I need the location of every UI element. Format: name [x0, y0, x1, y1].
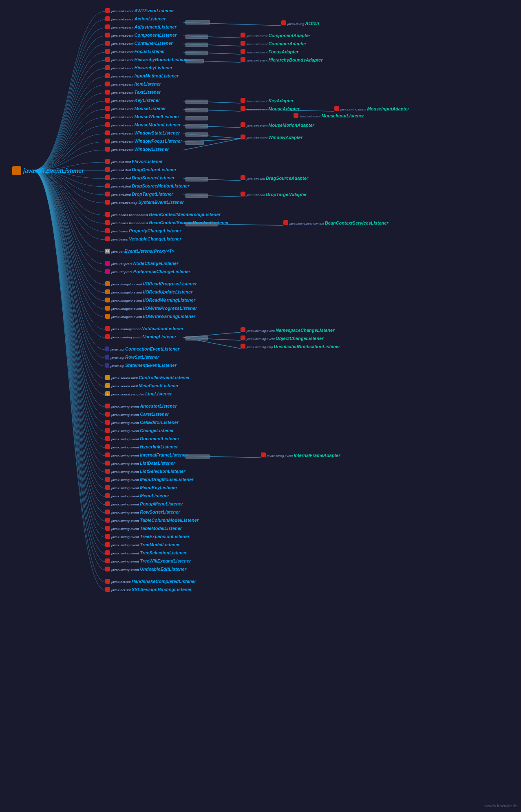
interface-node-n62[interactable]: javax.swing.event TreeModelListener [105, 542, 180, 547]
interface-node-n8[interactable]: java.awt.event HierarchyListener [105, 65, 172, 70]
interface-node-n58[interactable]: javax.swing.event RowSorterListener [105, 510, 180, 514]
node-label-n65: javax.swing.event UndoableEditListener [111, 567, 186, 571]
root-node[interactable]: java.util.EventListener [12, 166, 84, 175]
interface-node-n32[interactable]: javax.imageio.event IIOReadProgressListe… [105, 281, 197, 286]
interface-node-n61[interactable]: javax.swing.event TreeExpansionListener [105, 534, 190, 539]
adapter-node-a8[interactable]: javax.swing.event MouseInputAdapter [334, 105, 409, 112]
adapter-node-a4[interactable]: java.awt.event FocusAdapter [241, 48, 298, 55]
interface-node-n53[interactable]: javax.swing.event ListSelectionListener [105, 469, 185, 474]
interface-node-n56[interactable]: javax.swing.event MenuListener [105, 493, 169, 498]
interface-node-n21[interactable]: java.awt.dnd DragSourceListener [105, 175, 174, 180]
interface-node-n38[interactable]: javax.naming.event NamingListener [105, 334, 176, 339]
node-icon-n65 [105, 567, 110, 571]
interface-node-n52[interactable]: javax.swing.event ListDataListener [105, 461, 175, 466]
adapter-node-a3[interactable]: java.awt.event ContainerAdapter [241, 40, 306, 47]
adapter-label-a13: java.awt.dnd DropTargetAdapter [247, 190, 307, 198]
adapter-node-a9[interactable]: java.awt.event MouseInputListener [294, 112, 364, 119]
interface-node-n33[interactable]: javax.imageio.event IIOReadUpdateListene… [105, 289, 192, 294]
adapter-node-a5[interactable]: java.awt.event HierarchyBoundsAdapter [241, 56, 323, 63]
interface-node-n16[interactable]: java.awt.event WindowStateListener [105, 130, 180, 135]
interface-node-n44[interactable]: ♪javax.sound.sampled LineListener [105, 391, 172, 396]
interface-node-n51[interactable]: javax.swing.event InternalFrameListener [105, 452, 187, 457]
svg-line-12 [183, 179, 241, 181]
interface-node-n20[interactable]: java.awt.dnd DragGestureListener [105, 167, 177, 172]
adapter-node-a1[interactable]: javax.swing Action [281, 19, 319, 26]
adapter-node-a10[interactable]: java.awt.event MouseMotionAdapter [241, 121, 314, 128]
adapter-node-a15[interactable]: javax.naming.event NamespaceChangeListen… [241, 326, 334, 333]
interface-node-n47[interactable]: javax.swing.event CellEditorListener [105, 420, 179, 425]
interface-node-n67[interactable]: javax.net.ssl SSLSessionBindingListener [105, 587, 192, 592]
interface-node-n57[interactable]: javax.swing.event PopupMenuListener [105, 501, 183, 506]
adapter-node-a6[interactable]: java.awt.event KeyAdapter [241, 97, 294, 104]
adapter-node-a17[interactable]: javax.naming.ldap UnsolicitedNotificatio… [241, 342, 340, 350]
interface-node-n64[interactable]: javax.swing.event TreeWillExpandListener [105, 558, 191, 563]
interface-node-n5[interactable]: java.awt.event ContainerListener [105, 41, 173, 46]
interface-node-n55[interactable]: javax.swing.event MenuKeyListener [105, 485, 177, 490]
node-label-n15: java.awt.event MouseMotionListener [111, 122, 181, 127]
interface-node-n10[interactable]: java.awt.event ItemListener [105, 82, 161, 86]
interface-node-n29[interactable]: ⚙java.util EventListenerProxy<T> [105, 249, 174, 254]
interface-node-n7[interactable]: java.awt.event HierarchyBoundsListener [105, 57, 189, 62]
interface-node-n28[interactable]: java.beans VetoableChangeListener [105, 236, 181, 241]
interface-node-n12[interactable]: java.awt.event KeyListener [105, 98, 160, 103]
adapter-node-a11[interactable]: java.awt.event WindowAdapter [241, 133, 302, 141]
interface-node-n54[interactable]: javax.swing.event MenuDragMouseListener [105, 477, 194, 482]
node-icon-n44: ♪ [105, 391, 110, 396]
interface-node-n17[interactable]: java.awt.event WindowFocusListener [105, 139, 182, 143]
interface-node-n1[interactable]: java.awt.event AWTEventListener [105, 8, 174, 13]
interface-node-n63[interactable]: javax.swing.event TreeSelectionListener [105, 550, 187, 555]
adapter-node-a2[interactable]: java.awt.event ComponentAdapter [241, 31, 310, 39]
interface-node-n43[interactable]: ♪javax.sound.midi MetaEventListener [105, 383, 179, 388]
node-label-n9: java.awt.event InputMethodListener [111, 73, 179, 78]
interface-node-n3[interactable]: java.awt.event AdjustmentListener [105, 24, 177, 29]
interface-node-n60[interactable]: javax.swing.event TableModelListener [105, 526, 182, 531]
interface-node-n19[interactable]: java.awt.dnd FlavorListener [105, 159, 163, 164]
interface-node-n6[interactable]: java.awt.event FocusListener [105, 49, 165, 54]
interface-node-n50[interactable]: javax.swing.event HyperlinkListener [105, 444, 178, 449]
interface-node-n42[interactable]: ♪javax.sound.midi ControllerEventListene… [105, 375, 190, 380]
node-icon-n2 [105, 16, 110, 21]
interface-node-n13[interactable]: java.awt.event MouseListener [105, 106, 166, 111]
interface-node-n36[interactable]: javax.imageio.event IIOWriteWarningListe… [105, 314, 195, 319]
adapter-node-a16[interactable]: javax.naming.event ObjectChangeListener [241, 334, 324, 342]
interface-node-n15[interactable]: java.awt.event MouseMotionListener [105, 122, 181, 127]
adapter-node-a13[interactable]: java.awt.dnd DropTargetAdapter [241, 190, 307, 198]
interface-node-n2[interactable]: java.awt.event ActionListener [105, 16, 166, 21]
interface-node-n9[interactable]: java.awt.event InputMethodListener [105, 73, 179, 78]
interface-node-n23[interactable]: java.awt.dnd DropTargetListener [105, 192, 173, 196]
adapter-icon-a15 [241, 327, 245, 332]
interface-node-n45[interactable]: javax.swing.event AncestorListener [105, 404, 177, 408]
interface-node-n66[interactable]: javax.net.ssl HandshakeCompletedListener [105, 579, 196, 584]
node-label-n61: javax.swing.event TreeExpansionListener [111, 534, 190, 539]
interface-node-n4[interactable]: java.awt.event ComponentListener [105, 33, 177, 38]
interface-node-n49[interactable]: javax.swing.event DocumentListener [105, 436, 179, 441]
adapter-node-a7[interactable]: java.awt.event MouseAdapter [241, 105, 300, 112]
adapter-node-a14[interactable]: java.beans.beancontext BeanContextServic… [283, 219, 389, 226]
node-label-n10: java.awt.event ItemListener [111, 82, 161, 86]
interface-node-n46[interactable]: javax.swing.event CaretListener [105, 412, 169, 417]
interface-node-n41[interactable]: javax.sql StatementEventListener [105, 363, 177, 368]
node-icon-n6 [105, 49, 110, 54]
interface-node-n48[interactable]: javax.swing.event ChangeListener [105, 428, 174, 433]
adapter-icon-a3 [241, 41, 245, 46]
interface-node-n27[interactable]: java.beans PropertyChangeListener [105, 228, 181, 233]
interface-node-n37[interactable]: javax.management NotificationListener [105, 326, 183, 331]
interface-node-n11[interactable]: java.awt.event TextListener [105, 90, 161, 95]
interface-node-n25[interactable]: java.beans.beancontext BeanContextMember… [105, 212, 221, 217]
interface-node-n65[interactable]: javax.swing.event UndoableEditListener [105, 567, 186, 571]
interface-node-n59[interactable]: javax.swing.event TableColumnModelListen… [105, 518, 199, 523]
interface-node-n22[interactable]: java.awt.dnd DragSourceMotionListener [105, 183, 189, 188]
adapter-node-a12[interactable]: java.awt.dnd DragSourceAdapter [241, 174, 308, 181]
interface-node-n24[interactable]: java.awt.desktop SystemEventListener [105, 200, 184, 205]
interface-node-n30[interactable]: java.util.prefs NodeChangeListener [105, 261, 178, 266]
adapter-node-a18[interactable]: javax.swing.event InternalFrameAdapter [261, 451, 340, 459]
svg-rect-30 [185, 177, 208, 181]
interface-node-n31[interactable]: java.util.prefs PreferenceChangeListener [105, 269, 190, 274]
interface-node-n40[interactable]: javax.sql RowSetListener [105, 355, 159, 360]
interface-node-n34[interactable]: javax.imageio.event IIOReadWarningListen… [105, 298, 195, 302]
interface-node-n35[interactable]: javax.imageio.event IIOWriteProgressList… [105, 306, 197, 311]
interface-node-n14[interactable]: java.awt.event MouseWheelListener [105, 114, 179, 119]
interface-node-n18[interactable]: java.awt.event WindowListener [105, 147, 169, 152]
interface-node-n39[interactable]: javax.sql ConnectionEventListener [105, 346, 179, 351]
interface-node-n26[interactable]: java.beans.beancontext BeanContextServic… [105, 220, 229, 225]
